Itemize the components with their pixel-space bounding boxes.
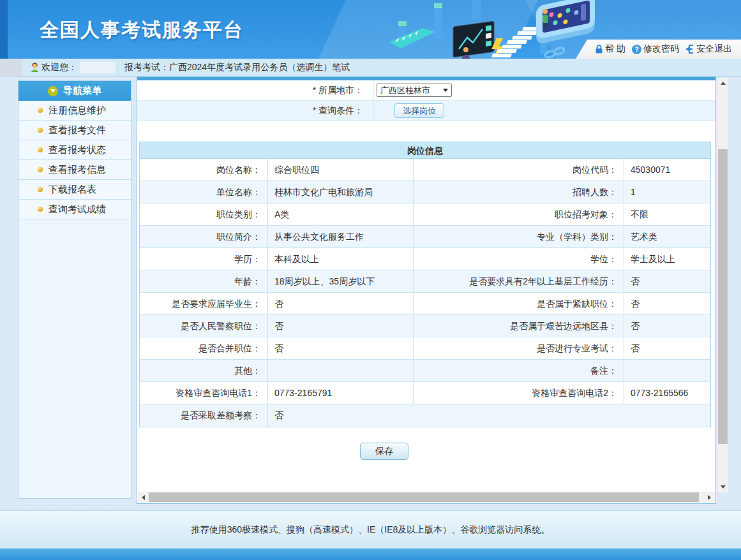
cell-value: A类 — [267, 203, 413, 225]
page: 全国人事考试服务平台 帮 助 ? 修改密码 安全退出 — [0, 0, 741, 560]
cell-label: 是否进行专业考试： — [413, 337, 624, 359]
cell-value: 否 — [624, 293, 710, 314]
help-link-label: 帮 助 — [605, 43, 625, 55]
scroll-up-icon[interactable] — [717, 78, 728, 89]
cell-value: 艺术类 — [624, 226, 710, 247]
cell-value: 18周岁以上、35周岁以下 — [267, 270, 413, 292]
cell-value — [624, 360, 710, 381]
cell-value: 学士及以上 — [624, 248, 710, 270]
select-job-button[interactable]: 选择岗位 — [394, 103, 444, 118]
table-row: 资格审查咨询电话1： 0773-2165791 资格审查咨询电话2： 0773-… — [140, 382, 710, 404]
condition-label: * 查询条件： — [137, 101, 374, 121]
bullet-icon — [38, 108, 43, 113]
sidebar-item-query-scores[interactable]: 查询考试成绩 — [19, 200, 131, 219]
utility-bar: 帮 助 ? 修改密码 安全退出 — [576, 40, 741, 59]
table-row: 学历： 本科及以上 学位： 学士及以上 — [140, 248, 710, 270]
header-left-strip — [0, 0, 8, 59]
sidebar-item-label: 注册信息维护 — [49, 105, 106, 117]
cell-label: 是否人民警察职位： — [140, 315, 267, 337]
sidebar-item-label: 查看报考文件 — [49, 124, 106, 136]
cell-value: 从事公共文化服务工作 — [267, 226, 413, 247]
cell-value: 否 — [267, 337, 413, 359]
scroll-left-icon[interactable] — [138, 492, 149, 503]
cell-label: 资格审查咨询电话2： — [413, 382, 624, 404]
lock-icon — [595, 45, 603, 54]
table-body: 岗位名称： 综合职位四 岗位代码： 45030071 单位名称： 桂林市文化广电… — [140, 159, 710, 427]
change-password-label: 修改密码 — [643, 43, 679, 55]
footer-strip — [0, 549, 741, 560]
cell-label: 是否属于紧缺职位： — [413, 293, 624, 314]
cell-value: 综合职位四 — [267, 159, 413, 181]
cell-label: 职位类别： — [140, 203, 267, 225]
cell-label: 学历： — [140, 248, 267, 270]
bullet-icon — [38, 167, 43, 172]
cell-value: 否 — [624, 270, 710, 292]
cell-label: 岗位代码： — [413, 159, 624, 181]
exam-name-label: 报考考试：广西2024年度考试录用公务员（选调生）笔试 — [124, 62, 350, 73]
user-avatar-icon — [29, 62, 40, 73]
cell-label: 单位名称： — [140, 181, 267, 203]
cell-label: 岗位名称： — [140, 159, 267, 181]
horizontal-scrollbar-thumb[interactable] — [149, 492, 699, 502]
scroll-right-icon[interactable] — [704, 492, 715, 503]
collapse-icon — [48, 86, 58, 96]
table-row: 是否合并职位： 否 是否进行专业考试： 否 — [140, 337, 710, 360]
cell-value: 否 — [624, 337, 710, 359]
bullet-icon — [38, 128, 43, 133]
cell-label: 资格审查咨询电话1： — [140, 382, 267, 404]
table-row: 其他： 备注： — [140, 360, 710, 382]
cell-label: 是否合并职位： — [140, 337, 267, 359]
cell-value: 1 — [624, 181, 710, 203]
vertical-scrollbar-thumb[interactable] — [718, 149, 728, 444]
save-button[interactable]: 保存 — [360, 443, 408, 460]
cell-label: 是否采取差额考察： — [140, 404, 267, 427]
table-row: 是否人民警察职位： 否 是否属于艰苦边远地区县： 否 — [140, 315, 710, 337]
main-panel: * 所属地市： 广西区桂林市 * 查询条件： 选择岗位 岗位信息 岗位名称： 综… — [137, 77, 716, 504]
sidebar-item-label: 下载报名表 — [49, 184, 96, 196]
sidebar-item-label: 查看报考状态 — [49, 144, 106, 156]
logout-link[interactable]: 安全退出 — [685, 43, 732, 55]
page-footer: 推荐使用360极速模式、搜狗（高速模式）、IE（IE8及以上版本）、谷歌浏览器访… — [0, 510, 741, 560]
help-link[interactable]: 帮 助 — [595, 43, 625, 55]
cell-value: 否 — [267, 293, 413, 314]
table-row: 职位简介： 从事公共文化服务工作 专业（学科）类别： 艺术类 — [140, 226, 710, 248]
sidebar-item-label: 查询考试成绩 — [49, 203, 106, 216]
app-header: 全国人事考试服务平台 帮 助 ? 修改密码 安全退出 — [0, 0, 741, 59]
question-icon: ? — [632, 45, 641, 54]
vertical-scrollbar[interactable] — [717, 78, 728, 492]
table-row: 岗位名称： 综合职位四 岗位代码： 45030071 — [140, 159, 710, 181]
sidebar-item-label: 查看报考信息 — [49, 164, 106, 176]
city-select[interactable]: 广西区桂林市 — [377, 84, 452, 97]
cell-label: 是否要求应届毕业生： — [140, 293, 267, 314]
city-label: * 所属地市： — [137, 80, 374, 100]
sidebar-item-view-exam-files[interactable]: 查看报考文件 — [19, 121, 131, 140]
cell-value: 0773-2165791 — [267, 382, 413, 404]
cell-label: 职位招考对象： — [413, 203, 624, 225]
cell-value: 不限 — [624, 203, 710, 225]
sidebar-item-download-form[interactable]: 下载报名表 — [19, 180, 131, 200]
change-password-link[interactable]: ? 修改密码 — [632, 43, 679, 55]
table-title: 岗位信息 — [140, 142, 710, 159]
horizontal-scrollbar[interactable] — [138, 492, 715, 503]
scroll-down-icon[interactable] — [717, 482, 728, 492]
person — [543, 9, 548, 29]
cell-value: 否 — [267, 404, 710, 427]
city-select-value: 广西区桂林市 — [380, 84, 430, 96]
nav-menu-header[interactable]: 导航菜单 — [19, 81, 131, 101]
header-illustration — [389, 0, 600, 59]
bullet-icon — [38, 147, 43, 152]
cell-label: 是否要求具有2年以上基层工作经历： — [413, 270, 624, 292]
sidebar-item-view-apply-info[interactable]: 查看报考信息 — [19, 160, 131, 180]
table-row: 是否要求应届毕业生： 否 是否属于紧缺职位： 否 — [140, 293, 710, 315]
table-row: 职位类别： A类 职位招考对象： 不限 — [140, 203, 710, 226]
logout-icon — [685, 45, 694, 54]
cell-value: 0773-2165566 — [624, 382, 710, 404]
welcome-label: 欢迎您： — [41, 62, 77, 73]
form-row-city: * 所属地市： 广西区桂林市 — [137, 80, 715, 101]
sidebar-item-view-apply-status[interactable]: 查看报考状态 — [19, 140, 131, 160]
browser-recommendation: 推荐使用360极速模式、搜狗（高速模式）、IE（IE8及以上版本）、谷歌浏览器访… — [191, 524, 550, 536]
job-info-table: 岗位信息 岗位名称： 综合职位四 岗位代码： 45030071 单位名称： 桂林… — [139, 142, 711, 427]
sidebar-item-register-info[interactable]: 注册信息维护 — [19, 101, 131, 121]
chevron-down-icon — [443, 89, 448, 92]
welcome-bar-left-cap — [0, 59, 22, 76]
